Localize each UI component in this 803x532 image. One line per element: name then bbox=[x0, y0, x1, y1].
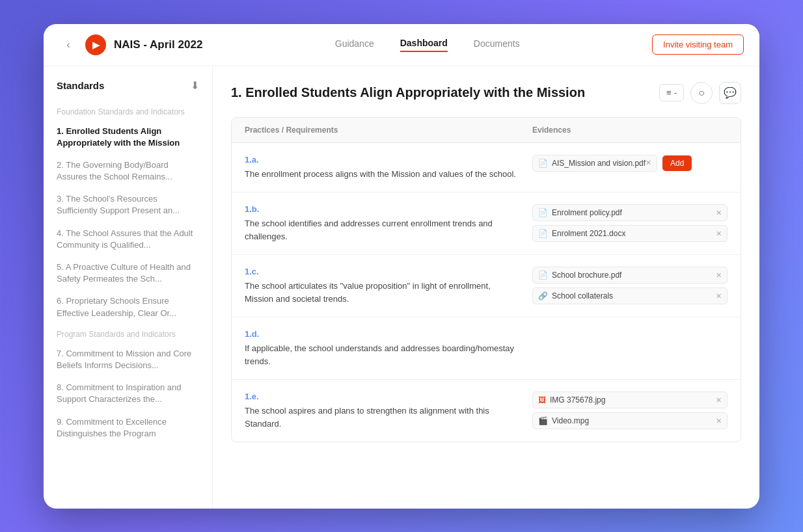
evidence-item-left: 📄 School brochure.pdf bbox=[538, 271, 621, 280]
section-title: 1. Enrolled Students Align Appropriately… bbox=[231, 85, 585, 100]
sidebar-item-5[interactable]: 5. A Proactive Culture of Health and Saf… bbox=[44, 256, 212, 290]
evidence-item: 🔗 School collaterals ✕ bbox=[532, 287, 728, 304]
nav-guidance[interactable]: Guidance bbox=[335, 38, 374, 51]
practice-id: 1.e. bbox=[245, 392, 519, 401]
body: Standards ⬇ Foundation Standards and Ind… bbox=[44, 66, 759, 509]
practice-text: If applicable, the school understands an… bbox=[245, 342, 519, 367]
table-row: 1.c. The school articulates its "value p… bbox=[232, 255, 741, 317]
video-icon: 🎬 bbox=[538, 416, 548, 425]
practice-text: The school aspires and plans to strength… bbox=[245, 405, 519, 430]
sidebar-item-8[interactable]: 8. Commitment to Inspiration and Support… bbox=[44, 377, 212, 410]
evidence-name: School brochure.pdf bbox=[552, 271, 621, 280]
evidence-name: IMG 375678.jpg bbox=[550, 395, 605, 405]
table-row: 1.b. The school identifies and addresses… bbox=[232, 193, 741, 255]
evidence-name: Enrolment policy.pdf bbox=[552, 208, 622, 217]
invite-button[interactable]: Invite visiting team bbox=[652, 34, 744, 55]
evidence-col: 📄 Enrolment policy.pdf ✕ 📄 Enrolment 202… bbox=[532, 204, 728, 242]
logo-icon: ▶ bbox=[85, 34, 106, 55]
sidebar-item-6[interactable]: 6. Proprietary Schools Ensure Effective … bbox=[44, 290, 212, 324]
chat-button[interactable]: 💬 bbox=[719, 82, 741, 104]
practice-col: 1.d. If applicable, the school understan… bbox=[245, 329, 532, 367]
sidebar-header: Standards ⬇ bbox=[44, 79, 212, 102]
sidebar-item-2[interactable]: 2. The Governing Body/Board Assures the … bbox=[44, 154, 212, 188]
sidebar: Standards ⬇ Foundation Standards and Ind… bbox=[44, 66, 213, 509]
evidence-name: Enrolment 2021.docx bbox=[552, 229, 625, 238]
section-header: 1. Enrolled Students Align Appropriately… bbox=[231, 82, 741, 104]
evidence-item: 📄 Enrolment 2021.docx ✕ bbox=[532, 225, 728, 242]
practice-id: 1.a. bbox=[245, 155, 519, 165]
close-icon[interactable]: ✕ bbox=[716, 209, 722, 217]
evidence-item-left: 🔗 School collaterals bbox=[538, 291, 613, 300]
practice-id: 1.b. bbox=[245, 204, 519, 214]
practice-col: 1.a. The enrollment process aligns with … bbox=[245, 155, 532, 181]
list-icon-dash: - bbox=[674, 88, 677, 98]
evidence-item-left: 📄 Enrolment policy.pdf bbox=[538, 208, 622, 217]
circle-icon: ○ bbox=[698, 87, 705, 99]
pdf-icon: 📄 bbox=[538, 159, 548, 168]
doc-icon: 📄 bbox=[538, 229, 548, 238]
main-content: 1. Enrolled Students Align Appropriately… bbox=[213, 66, 759, 509]
evidence-item-left: 📄 AIS_Mission and vision.pdf bbox=[538, 159, 646, 168]
section2-label: Program Standards and Indicators bbox=[44, 325, 212, 343]
section1-label: Foundation Standards and Indicators bbox=[44, 102, 212, 120]
table-row: 1.e. The school aspires and plans to str… bbox=[232, 380, 741, 442]
header-left: ‹ ▶ NAIS - April 2022 bbox=[59, 34, 202, 55]
pdf-icon: 📄 bbox=[538, 208, 548, 217]
evidence-item-left: 🖼 IMG 375678.jpg bbox=[538, 395, 605, 405]
list-icon: ≡ bbox=[666, 88, 672, 98]
evidence-item-left: 📄 Enrolment 2021.docx bbox=[538, 229, 625, 238]
evidence-item: 🖼 IMG 375678.jpg ✕ bbox=[532, 392, 728, 408]
evidence-item: 🎬 Video.mpg ✕ bbox=[532, 412, 728, 429]
close-icon[interactable]: ✕ bbox=[716, 230, 722, 238]
nav-documents[interactable]: Documents bbox=[474, 38, 520, 51]
main-nav: Guidance Dashboard Documents bbox=[202, 38, 652, 52]
practice-col: 1.c. The school articulates its "value p… bbox=[245, 267, 532, 305]
practice-text: The school articulates its "value propos… bbox=[245, 280, 519, 305]
evidence-name: AIS_Mission and vision.pdf bbox=[552, 159, 646, 168]
sidebar-item-4[interactable]: 4. The School Assures that the Adult Com… bbox=[44, 222, 212, 256]
evidence-item-left: 🎬 Video.mpg bbox=[538, 416, 589, 425]
nav-dashboard[interactable]: Dashboard bbox=[400, 38, 448, 52]
add-button[interactable]: Add bbox=[662, 155, 692, 171]
practice-col: 1.e. The school aspires and plans to str… bbox=[245, 392, 532, 430]
chat-icon: 💬 bbox=[724, 86, 737, 99]
table-row: 1.d. If applicable, the school understan… bbox=[232, 317, 741, 380]
download-icon[interactable]: ⬇ bbox=[191, 79, 199, 92]
evidence-item: 📄 AIS_Mission and vision.pdf ✕ bbox=[532, 155, 657, 172]
header: ‹ ▶ NAIS - April 2022 Guidance Dashboard… bbox=[44, 24, 759, 66]
sidebar-item-1[interactable]: 1. Enrolled Students Align Appropriately… bbox=[44, 120, 212, 154]
evidence-col: 📄 School brochure.pdf ✕ 🔗 School collate… bbox=[532, 267, 728, 304]
practice-id: 1.d. bbox=[245, 329, 519, 339]
evidence-item: 📄 School brochure.pdf ✕ bbox=[532, 267, 728, 284]
link-icon: 🔗 bbox=[538, 291, 548, 300]
sidebar-item-9[interactable]: 9. Commitment to Excellence Distinguishe… bbox=[44, 411, 212, 445]
practices-table: Practices / Requirements Evidences 1.a. … bbox=[231, 117, 741, 443]
evidence-col: 🖼 IMG 375678.jpg ✕ 🎬 Video.mpg ✕ bbox=[532, 392, 728, 429]
list-view-button[interactable]: ≡ - bbox=[659, 84, 684, 101]
close-icon[interactable]: ✕ bbox=[716, 417, 722, 425]
back-button[interactable]: ‹ bbox=[59, 36, 77, 54]
practice-text: The school identifies and addresses curr… bbox=[245, 217, 519, 243]
evidence-name: Video.mpg bbox=[552, 416, 589, 425]
pdf-icon: 📄 bbox=[538, 271, 548, 280]
evidence-item: 📄 Enrolment policy.pdf ✕ bbox=[532, 204, 728, 221]
evidence-name: School collaterals bbox=[552, 291, 613, 300]
sidebar-item-7[interactable]: 7. Commitment to Mission and Core Belief… bbox=[44, 343, 212, 377]
sidebar-title: Standards bbox=[57, 80, 104, 91]
header-right: Invite visiting team bbox=[652, 34, 744, 55]
col-evidences-header: Evidences bbox=[532, 126, 728, 135]
practice-id: 1.c. bbox=[245, 267, 519, 276]
circle-button[interactable]: ○ bbox=[690, 82, 713, 104]
table-row: 1.a. The enrollment process aligns with … bbox=[232, 143, 741, 193]
section-tools: ≡ - ○ 💬 bbox=[659, 82, 741, 104]
sidebar-item-3[interactable]: 3. The School's Resources Sufficiently S… bbox=[44, 188, 212, 222]
close-icon[interactable]: ✕ bbox=[716, 292, 722, 300]
close-icon[interactable]: ✕ bbox=[646, 159, 651, 167]
table-header: Practices / Requirements Evidences bbox=[232, 118, 741, 143]
evidence-row-inner: 📄 AIS_Mission and vision.pdf ✕ Add bbox=[532, 155, 728, 172]
close-icon[interactable]: ✕ bbox=[716, 396, 722, 405]
img-icon: 🖼 bbox=[538, 395, 546, 405]
practice-text: The enrollment process aligns with the M… bbox=[245, 168, 519, 181]
app-window: ‹ ▶ NAIS - April 2022 Guidance Dashboard… bbox=[44, 24, 759, 509]
close-icon[interactable]: ✕ bbox=[716, 271, 722, 280]
